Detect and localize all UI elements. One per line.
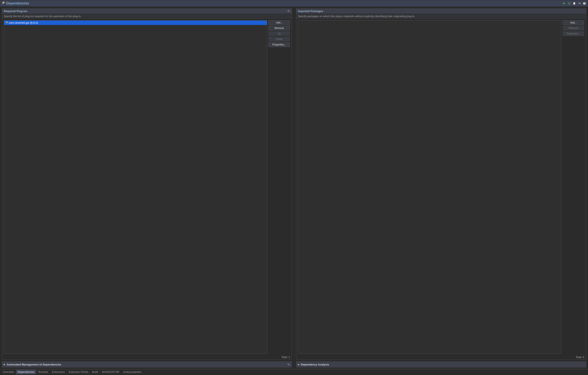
svg-rect-11 bbox=[5, 22, 6, 23]
sort-alpha-button[interactable]: ↓az bbox=[287, 363, 290, 366]
page-title: Dependencies bbox=[6, 1, 29, 5]
tab-overview[interactable]: Overview bbox=[1, 370, 15, 374]
required-plugins-list[interactable]: com.cloveretl.gui (6.6.0) bbox=[4, 20, 267, 354]
properties-button[interactable]: Properties... bbox=[268, 42, 290, 47]
run-icon[interactable] bbox=[562, 1, 566, 6]
required-plugins-buttons: Add... Remove Up Down Properties... bbox=[268, 20, 290, 354]
imported-packages-description: Specify packages on which this plug-in d… bbox=[296, 13, 586, 19]
required-plugins-description: Specify the list of plug-ins required fo… bbox=[2, 13, 292, 19]
imported-packages-header: Imported Packages bbox=[296, 9, 586, 13]
svg-rect-1 bbox=[3, 2, 4, 3]
tab-manifest-mf[interactable]: MANIFEST.MF bbox=[100, 370, 121, 374]
required-plugins-panel: Required Plug-ins ↓az Specify the list o… bbox=[2, 9, 292, 360]
svg-marker-13 bbox=[6, 23, 7, 24]
auto-manage-label: Automated Management of Dependencies bbox=[7, 363, 61, 366]
svg-text:?: ? bbox=[584, 2, 585, 5]
required-plugins-total: Total: 1 bbox=[2, 355, 292, 360]
remove-button[interactable]: Remove bbox=[268, 26, 290, 31]
list-item[interactable]: com.cloveretl.gui (6.6.0) bbox=[4, 21, 267, 25]
header-toolbar: ? bbox=[562, 1, 587, 6]
svg-rect-12 bbox=[6, 21, 8, 23]
dependency-analysis-label: Dependency Analysis bbox=[301, 363, 329, 366]
chevron-right-icon: ▶ bbox=[298, 363, 300, 365]
properties-button: Properties... bbox=[563, 31, 584, 36]
down-button: Down bbox=[268, 37, 290, 42]
organize-icon[interactable] bbox=[577, 1, 581, 6]
plugin-icon bbox=[1, 1, 5, 6]
tab-dependencies[interactable]: Dependencies bbox=[16, 370, 36, 374]
tab-extension-points[interactable]: Extension Points bbox=[67, 370, 90, 374]
up-button: Up bbox=[268, 31, 290, 36]
svg-rect-7 bbox=[578, 3, 579, 4]
svg-marker-2 bbox=[563, 2, 565, 4]
tab-runtime[interactable]: Runtime bbox=[37, 370, 50, 374]
add-button[interactable]: Add... bbox=[563, 20, 584, 25]
content-area: Required Plug-ins ↓az Specify the list o… bbox=[0, 7, 588, 369]
debug-icon[interactable] bbox=[567, 1, 571, 6]
imported-packages-list[interactable] bbox=[298, 20, 561, 354]
remove-button: Remove bbox=[563, 26, 584, 31]
add-button[interactable]: Add... bbox=[268, 20, 290, 25]
editor-header: Dependencies ? bbox=[0, 0, 588, 7]
tab-build[interactable]: Build bbox=[91, 370, 100, 374]
help-icon[interactable]: ? bbox=[582, 1, 587, 6]
page-title-group: Dependencies bbox=[1, 1, 29, 6]
expander-row: ▶ Automated Management of Dependencies ↓… bbox=[2, 362, 586, 367]
two-column-layout: Required Plug-ins ↓az Specify the list o… bbox=[2, 9, 586, 360]
plugin-icon bbox=[5, 21, 8, 24]
auto-manage-expander[interactable]: ▶ Automated Management of Dependencies ↓… bbox=[2, 362, 292, 367]
required-plugins-title: Required Plug-ins bbox=[4, 10, 27, 13]
svg-point-3 bbox=[568, 2, 570, 4]
list-item-label: com.cloveretl.gui (6.6.0) bbox=[9, 21, 38, 24]
required-plugins-header: Required Plug-ins ↓az bbox=[2, 9, 292, 13]
imported-packages-buttons: Add... Remove Properties... bbox=[563, 20, 584, 354]
imported-packages-total: Total: 0 bbox=[296, 355, 586, 360]
chevron-right-icon: ▶ bbox=[4, 363, 5, 365]
dependency-analysis-expander[interactable]: ▶ Dependency Analysis bbox=[296, 362, 586, 367]
required-plugins-body: com.cloveretl.gui (6.6.0) Add... Remove … bbox=[2, 19, 292, 355]
sort-alpha-button[interactable]: ↓az bbox=[287, 10, 290, 12]
imported-packages-body: Add... Remove Properties... bbox=[296, 19, 586, 355]
tab-extensions[interactable]: Extensions bbox=[50, 370, 67, 374]
imported-packages-panel: Imported Packages Specify packages on wh… bbox=[296, 9, 586, 360]
tab-build-properties[interactable]: build.properties bbox=[122, 370, 143, 374]
export-icon[interactable] bbox=[572, 1, 576, 6]
imported-packages-title: Imported Packages bbox=[298, 10, 323, 13]
svg-rect-8 bbox=[579, 3, 581, 4]
editor-tabs: OverviewDependenciesRuntimeExtensionsExt… bbox=[0, 369, 588, 375]
